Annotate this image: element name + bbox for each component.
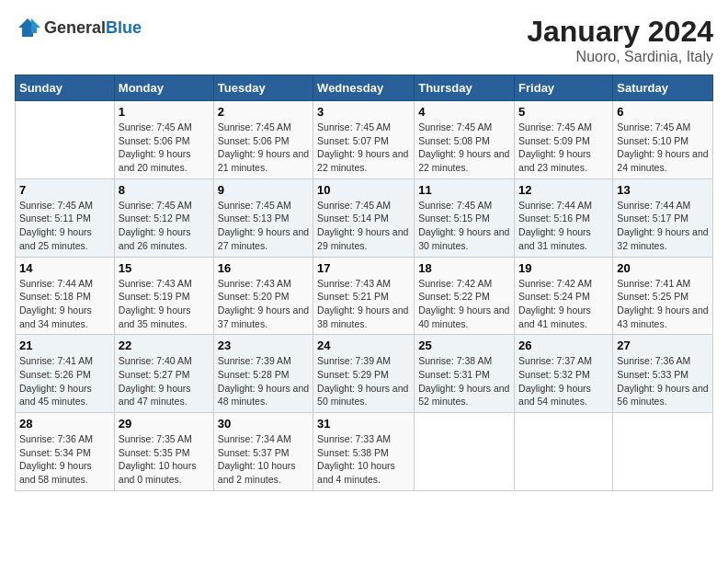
- day-detail: Sunrise: 7:45 AMSunset: 5:07 PMDaylight:…: [317, 121, 410, 175]
- header-day-wednesday: Wednesday: [313, 75, 415, 101]
- day-detail: Sunrise: 7:44 AMSunset: 5:18 PMDaylight:…: [19, 277, 110, 331]
- header-row: SundayMondayTuesdayWednesdayThursdayFrid…: [16, 75, 713, 101]
- calendar-cell: 2Sunrise: 7:45 AMSunset: 5:06 PMDaylight…: [213, 101, 313, 179]
- day-detail: Sunrise: 7:45 AMSunset: 5:06 PMDaylight:…: [119, 121, 210, 175]
- day-number: 5: [518, 105, 609, 119]
- day-detail: Sunrise: 7:33 AMSunset: 5:38 PMDaylight:…: [317, 432, 410, 487]
- logo-text: GeneralBlue: [44, 18, 142, 38]
- week-row-2: 7Sunrise: 7:45 AMSunset: 5:11 PMDaylight…: [16, 178, 713, 257]
- day-detail: Sunrise: 7:45 AMSunset: 5:11 PMDaylight:…: [19, 199, 110, 253]
- day-number: 28: [19, 417, 110, 431]
- day-detail: Sunrise: 7:42 AMSunset: 5:22 PMDaylight:…: [418, 277, 510, 331]
- svg-marker-1: [31, 18, 40, 33]
- calendar-cell: 18Sunrise: 7:42 AMSunset: 5:22 PMDayligh…: [415, 257, 515, 335]
- day-number: 27: [617, 339, 709, 352]
- calendar-cell: 12Sunrise: 7:44 AMSunset: 5:16 PMDayligh…: [515, 178, 613, 257]
- day-detail: Sunrise: 7:44 AMSunset: 5:16 PMDaylight:…: [518, 199, 609, 253]
- day-detail: Sunrise: 7:45 AMSunset: 5:14 PMDaylight:…: [317, 199, 410, 253]
- calendar-cell: 14Sunrise: 7:44 AMSunset: 5:18 PMDayligh…: [16, 257, 115, 335]
- calendar-cell: [613, 413, 713, 491]
- day-number: 14: [19, 261, 110, 275]
- calendar-cell: 31Sunrise: 7:33 AMSunset: 5:38 PMDayligh…: [313, 413, 415, 491]
- day-detail: Sunrise: 7:41 AMSunset: 5:25 PMDaylight:…: [617, 277, 709, 331]
- day-number: 29: [119, 417, 210, 431]
- calendar-cell: [415, 413, 515, 491]
- title-area: January 2024 Nuoro, Sardinia, Italy: [527, 15, 713, 65]
- day-detail: Sunrise: 7:37 AMSunset: 5:32 PMDaylight:…: [518, 354, 609, 408]
- logo-general: General: [44, 18, 106, 37]
- calendar-cell: 23Sunrise: 7:39 AMSunset: 5:28 PMDayligh…: [213, 335, 313, 413]
- logo: GeneralBlue: [15, 15, 142, 40]
- week-row-5: 28Sunrise: 7:36 AMSunset: 5:34 PMDayligh…: [16, 413, 713, 491]
- calendar-cell: 9Sunrise: 7:45 AMSunset: 5:13 PMDaylight…: [213, 178, 313, 257]
- day-detail: Sunrise: 7:43 AMSunset: 5:20 PMDaylight:…: [218, 277, 309, 331]
- calendar-cell: 7Sunrise: 7:45 AMSunset: 5:11 PMDaylight…: [16, 178, 115, 257]
- calendar-cell: [16, 101, 115, 179]
- day-number: 16: [218, 261, 309, 275]
- day-detail: Sunrise: 7:45 AMSunset: 5:09 PMDaylight:…: [518, 121, 609, 175]
- day-number: 24: [317, 339, 410, 352]
- calendar-cell: 30Sunrise: 7:34 AMSunset: 5:37 PMDayligh…: [213, 413, 313, 491]
- header-day-tuesday: Tuesday: [213, 75, 313, 101]
- day-number: 19: [518, 261, 609, 275]
- header-day-friday: Friday: [515, 75, 613, 101]
- day-number: 21: [19, 339, 110, 352]
- calendar-cell: 26Sunrise: 7:37 AMSunset: 5:32 PMDayligh…: [515, 335, 613, 413]
- header-day-monday: Monday: [114, 75, 213, 101]
- week-row-4: 21Sunrise: 7:41 AMSunset: 5:26 PMDayligh…: [16, 335, 713, 413]
- day-number: 1: [119, 105, 210, 119]
- day-number: 10: [317, 183, 410, 197]
- day-number: 23: [218, 339, 309, 352]
- day-number: 2: [218, 105, 309, 119]
- day-number: 20: [617, 261, 709, 275]
- day-detail: Sunrise: 7:45 AMSunset: 5:13 PMDaylight:…: [218, 199, 309, 253]
- header-day-saturday: Saturday: [613, 75, 713, 101]
- day-number: 13: [617, 183, 709, 197]
- calendar-cell: 20Sunrise: 7:41 AMSunset: 5:25 PMDayligh…: [613, 257, 713, 335]
- logo-icon: [15, 15, 40, 40]
- day-number: 3: [317, 105, 410, 119]
- day-number: 11: [418, 183, 510, 197]
- calendar-cell: 22Sunrise: 7:40 AMSunset: 5:27 PMDayligh…: [114, 335, 213, 413]
- calendar-cell: 4Sunrise: 7:45 AMSunset: 5:08 PMDaylight…: [415, 101, 515, 179]
- day-number: 18: [418, 261, 510, 275]
- day-detail: Sunrise: 7:38 AMSunset: 5:31 PMDaylight:…: [418, 354, 510, 408]
- day-number: 7: [19, 183, 110, 197]
- day-number: 26: [518, 339, 609, 352]
- calendar-table: SundayMondayTuesdayWednesdayThursdayFrid…: [15, 75, 713, 491]
- calendar-cell: 17Sunrise: 7:43 AMSunset: 5:21 PMDayligh…: [313, 257, 415, 335]
- calendar-cell: 16Sunrise: 7:43 AMSunset: 5:20 PMDayligh…: [213, 257, 313, 335]
- day-number: 31: [317, 417, 410, 431]
- calendar-cell: 25Sunrise: 7:38 AMSunset: 5:31 PMDayligh…: [415, 335, 515, 413]
- calendar-cell: 19Sunrise: 7:42 AMSunset: 5:24 PMDayligh…: [515, 257, 613, 335]
- calendar-cell: 10Sunrise: 7:45 AMSunset: 5:14 PMDayligh…: [313, 178, 415, 257]
- day-detail: Sunrise: 7:35 AMSunset: 5:35 PMDaylight:…: [119, 432, 210, 487]
- day-number: 6: [617, 105, 709, 119]
- day-number: 4: [418, 105, 510, 119]
- day-number: 17: [317, 261, 410, 275]
- day-detail: Sunrise: 7:45 AMSunset: 5:08 PMDaylight:…: [418, 121, 510, 175]
- day-detail: Sunrise: 7:39 AMSunset: 5:28 PMDaylight:…: [218, 354, 309, 408]
- day-number: 30: [218, 417, 309, 431]
- day-detail: Sunrise: 7:43 AMSunset: 5:19 PMDaylight:…: [119, 277, 210, 331]
- week-row-1: 1Sunrise: 7:45 AMSunset: 5:06 PMDaylight…: [16, 101, 713, 179]
- logo-blue: Blue: [106, 18, 142, 37]
- day-number: 15: [119, 261, 210, 275]
- day-detail: Sunrise: 7:34 AMSunset: 5:37 PMDaylight:…: [218, 432, 309, 487]
- week-row-3: 14Sunrise: 7:44 AMSunset: 5:18 PMDayligh…: [16, 257, 713, 335]
- day-detail: Sunrise: 7:39 AMSunset: 5:29 PMDaylight:…: [317, 354, 410, 408]
- day-detail: Sunrise: 7:45 AMSunset: 5:12 PMDaylight:…: [119, 199, 210, 253]
- calendar-cell: 11Sunrise: 7:45 AMSunset: 5:15 PMDayligh…: [415, 178, 515, 257]
- day-number: 25: [418, 339, 510, 352]
- day-detail: Sunrise: 7:44 AMSunset: 5:17 PMDaylight:…: [617, 199, 709, 253]
- calendar-cell: 1Sunrise: 7:45 AMSunset: 5:06 PMDaylight…: [114, 101, 213, 179]
- calendar-cell: 8Sunrise: 7:45 AMSunset: 5:12 PMDaylight…: [114, 178, 213, 257]
- day-number: 9: [218, 183, 309, 197]
- calendar-cell: 27Sunrise: 7:36 AMSunset: 5:33 PMDayligh…: [613, 335, 713, 413]
- calendar-cell: 5Sunrise: 7:45 AMSunset: 5:09 PMDaylight…: [515, 101, 613, 179]
- calendar-cell: 21Sunrise: 7:41 AMSunset: 5:26 PMDayligh…: [16, 335, 115, 413]
- main-title: January 2024: [527, 15, 713, 49]
- day-detail: Sunrise: 7:40 AMSunset: 5:27 PMDaylight:…: [119, 354, 210, 408]
- day-detail: Sunrise: 7:45 AMSunset: 5:10 PMDaylight:…: [617, 121, 709, 175]
- day-number: 8: [119, 183, 210, 197]
